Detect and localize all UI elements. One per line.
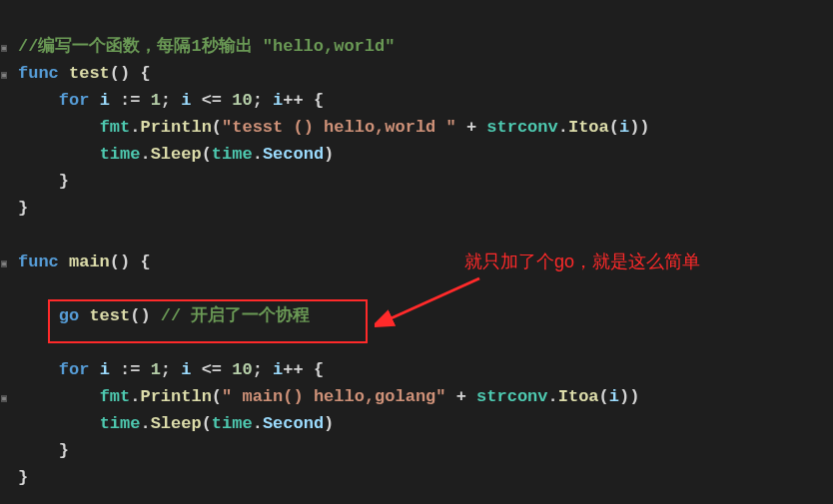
fn-sleep: Sleep [151,414,202,433]
paren: ( [202,414,212,433]
num: 10 [232,360,252,379]
paren: ( [202,145,212,164]
brace: { [140,64,150,83]
paren: ( [599,387,609,406]
var-i: i [181,91,191,110]
pkg-time: time [100,414,141,433]
op: + [456,387,466,406]
pkg-time: time [100,145,141,164]
string: " main() hello,golang" [222,387,445,406]
pkg-time: time [212,414,253,433]
op: <= [202,91,222,110]
pkg-fmt: fmt [100,387,131,406]
semi: ; [161,360,171,379]
code-editor[interactable]: //编写一个函数，每隔1秒输出 "hello,world" func test(… [0,0,833,491]
keyword-for: for [59,91,90,110]
dot: . [130,118,140,137]
op: <= [202,360,222,379]
var-i: i [100,360,110,379]
paren: )) [629,118,649,137]
dot: . [548,387,558,406]
dot: . [130,387,140,406]
fn-println: Println [140,118,211,137]
pkg-strconv: strconv [486,118,557,137]
pkg-fmt: fmt [100,118,131,137]
dot: . [253,414,263,433]
fn-sleep: Sleep [151,145,202,164]
num: 1 [151,360,161,379]
keyword-go: go [59,306,79,325]
fold-marker[interactable]: ▣ [1,44,11,54]
var-i: i [273,360,283,379]
paren: ) [324,145,334,164]
comment-line: // 开启了一个协程 [161,306,311,325]
var-i: i [273,91,283,110]
gutter: ▣ ▣ ▣ ▣ [0,0,12,504]
func-name: test [69,64,110,83]
keyword-for: for [59,360,90,379]
semi: ; [253,91,263,110]
var-i: i [100,91,110,110]
pkg-time: time [212,145,253,164]
parens: () [110,252,130,271]
keyword-func: func [18,252,59,271]
comment-line: //编写一个函数，每隔1秒输出 "hello,world" [18,37,395,56]
paren: ) [324,414,334,433]
paren: ( [212,118,222,137]
fold-marker[interactable]: ▣ [1,394,11,404]
op: := [120,360,140,379]
dot: . [558,118,568,137]
var-i: i [181,360,191,379]
fold-marker[interactable]: ▣ [1,71,11,81]
paren: ( [609,118,619,137]
keyword-func: func [18,64,59,83]
dot: . [253,145,263,164]
parens: () [130,306,150,325]
parens: () [110,64,130,83]
op: ++ [283,360,303,379]
paren: )) [619,387,639,406]
op: + [466,118,476,137]
brace: { [314,360,324,379]
func-name: main [69,252,110,271]
semi: ; [161,91,171,110]
pkg-strconv: strconv [476,387,547,406]
brace: { [314,91,324,110]
num: 10 [232,91,252,110]
fn-test: test [89,306,130,325]
semi: ; [253,360,263,379]
paren: ( [212,387,222,406]
var-i: i [609,387,619,406]
string: "tesst () hello,world " [222,118,456,137]
brace: { [140,252,150,271]
fn-println: Println [140,387,211,406]
brace: } [59,172,69,191]
var-i: i [619,118,629,137]
op: ++ [283,91,303,110]
op: := [120,91,140,110]
num: 1 [151,91,161,110]
fold-marker[interactable]: ▣ [1,259,11,269]
annotation-text: 就只加了个go，就是这么简单 [464,249,700,275]
brace: } [18,468,28,487]
fn-itoa: Itoa [568,118,609,137]
dot: . [140,414,150,433]
fn-itoa: Itoa [558,387,599,406]
brace: } [59,441,69,460]
const-second: Second [263,145,324,164]
brace: } [18,199,28,218]
const-second: Second [263,414,324,433]
dot: . [140,145,150,164]
